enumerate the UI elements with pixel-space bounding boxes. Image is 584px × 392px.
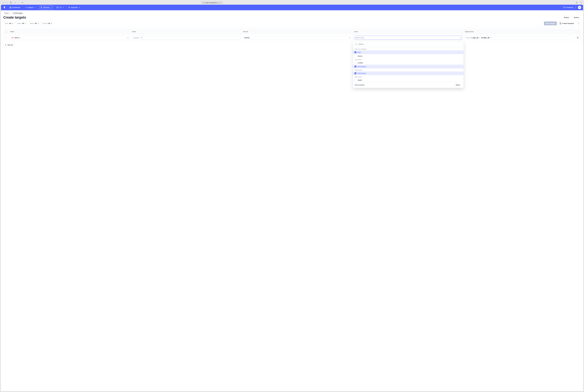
selection-count: 15/34 selected <box>354 84 364 86</box>
nav-dashboard-label: Dashboard <box>12 6 20 8</box>
create-template-button[interactable]: Create template <box>558 21 575 25</box>
dd-item-birmingham[interactable]: Birmingham <box>353 65 464 68</box>
dropdown-search-input[interactable] <box>358 43 461 45</box>
checkbox-icon <box>354 52 356 53</box>
metric-name: Metric 1 <box>14 37 20 39</box>
dropdown-search[interactable] <box>354 42 462 46</box>
quantity-label: Quantity <box>134 37 139 39</box>
dropdown-footer: 15/34 selected Reset <box>353 82 464 88</box>
nav-dashboard[interactable]: Dashboard <box>8 6 22 9</box>
app-logo[interactable] <box>3 6 6 9</box>
traffic-close[interactable] <box>2 2 4 3</box>
nav-motivate-label: Motivate <box>43 6 50 8</box>
metric-select[interactable]: 123 Metric 1 ▼ <box>10 36 130 40</box>
filter-teams-value: All <box>22 22 24 24</box>
th-period: Target period <box>464 29 574 34</box>
filter-users-label: Users <box>4 22 8 24</box>
browser-toolbar: app.oneupsales.io <box>0 0 584 5</box>
dropdown-search-wrap <box>353 41 464 48</box>
dd-item-xavier[interactable]: Xavier <box>353 78 464 82</box>
trophy-icon <box>40 7 42 8</box>
dd-item-manchester[interactable]: Manchester <box>353 72 464 75</box>
filter-interval-label: Interval <box>42 22 48 24</box>
crumb-current: Create targets <box>12 12 23 14</box>
chevron-down-icon: ▼ <box>34 7 36 8</box>
bolt-icon <box>68 6 70 8</box>
grid-icon <box>10 7 11 8</box>
dd-section-manage: Users you manage <box>353 48 464 50</box>
avatar[interactable]: XK <box>578 6 581 9</box>
forward-icon[interactable] <box>18 2 20 4</box>
filter-metric[interactable]: Metric All ▼ <box>28 22 40 25</box>
header-button-1[interactable]: Button <box>562 16 571 20</box>
sidebar-toggle-icon[interactable] <box>10 2 12 4</box>
nav-analyse[interactable]: Analyse ▼ <box>24 6 37 9</box>
filter-teams[interactable]: Teams All ▼ <box>16 22 28 25</box>
targets-table-wrap: Metric Value Interval Users Target perio… <box>1 27 583 49</box>
header-button-2[interactable]: Button <box>572 16 581 20</box>
dd-section-other-users: Other users <box>353 75 464 78</box>
kebab-menu[interactable] <box>575 6 576 8</box>
duplicate-row-button[interactable] <box>576 36 580 40</box>
app-shell: Dashboard Analyse ▼ Motivate ▼ TV ▼ Auto… <box>1 5 583 391</box>
nav-history <box>14 2 24 4</box>
dd-item-james[interactable]: James <box>353 54 464 58</box>
table-row: 123 Metric 1 ▼ Quantity <box>4 34 580 42</box>
filter-interval[interactable]: Interval All ▼ <box>41 22 54 25</box>
add-row-button[interactable]: Add row <box>3 43 14 47</box>
chevron-right-icon: ▸ <box>11 12 12 14</box>
chevron-down-icon: ▼ <box>479 37 480 38</box>
svg-rect-20 <box>577 37 578 38</box>
add-row-label: Add row <box>7 44 13 46</box>
dd-item-london[interactable]: London <box>353 61 464 65</box>
filter-users[interactable]: Users All ▼ <box>3 22 14 25</box>
browser-window: app.oneupsales.io Dashboard Analyse ▼ <box>0 0 584 392</box>
quantity-input[interactable] <box>140 36 240 40</box>
dd-item-label: Xavier <box>358 79 362 81</box>
dd-item-label: Birmingham <box>358 66 366 68</box>
dd-item-matt[interactable]: Matt <box>353 50 464 54</box>
chevron-down-icon: ▼ <box>25 23 26 24</box>
crumb-root[interactable]: Targets <box>3 12 10 14</box>
download-icon[interactable] <box>576 2 578 4</box>
nav-motivate[interactable]: Motivate ▼ <box>39 6 53 9</box>
svg-rect-7 <box>10 7 10 7</box>
chevron-up-icon: ▲ <box>460 37 461 38</box>
filter-bar: Users All ▼ Teams All ▼ Metric All ▼ Int… <box>1 21 583 27</box>
traffic-min[interactable] <box>4 2 6 3</box>
chevron-down-icon: ▼ <box>62 7 64 8</box>
select-all-checkbox[interactable] <box>5 30 7 32</box>
nav-tv[interactable]: TV ▼ <box>55 6 65 9</box>
filter-teams-label: Teams <box>17 22 21 24</box>
feedback-button[interactable]: Feedback <box>563 6 573 9</box>
link-icon <box>219 2 220 4</box>
users-select[interactable]: Select users ▲ <box>354 36 462 40</box>
value-field: Quantity <box>132 36 240 40</box>
save-targets-button[interactable]: Save targets <box>544 22 557 25</box>
chart-icon <box>25 7 27 8</box>
reset-button[interactable]: Reset <box>454 83 462 87</box>
breadcrumb: Targets ▸ Create targets <box>1 10 583 14</box>
nav-automate[interactable]: Automate ▼ <box>67 6 81 9</box>
back-icon[interactable] <box>14 2 16 4</box>
svg-rect-2 <box>203 2 204 3</box>
svg-point-17 <box>578 23 579 24</box>
url-text: app.oneupsales.io <box>206 2 218 4</box>
new-tab-icon[interactable] <box>580 2 582 4</box>
row-checkbox[interactable] <box>5 37 7 39</box>
th-value: Value <box>131 29 242 34</box>
traffic-max[interactable] <box>7 2 8 3</box>
total-num: 34 <box>356 84 358 86</box>
dd-item-label: Manchester <box>358 72 366 74</box>
address-bar[interactable]: app.oneupsales.io <box>201 1 223 4</box>
search-icon <box>355 43 357 45</box>
period-label: Period <box>466 37 470 39</box>
period-select[interactable]: Period 1 Jan, 22 ▼ 31 Dec, 22 ▼ <box>465 36 573 40</box>
plus-icon <box>5 44 6 46</box>
svg-point-6 <box>4 8 4 9</box>
reload-icon[interactable] <box>21 2 24 4</box>
header-actions: Button Button <box>562 16 581 20</box>
interval-select[interactable]: Weekly ▼ <box>243 36 352 40</box>
more-actions-button[interactable] <box>576 21 581 26</box>
svg-point-18 <box>578 24 579 24</box>
